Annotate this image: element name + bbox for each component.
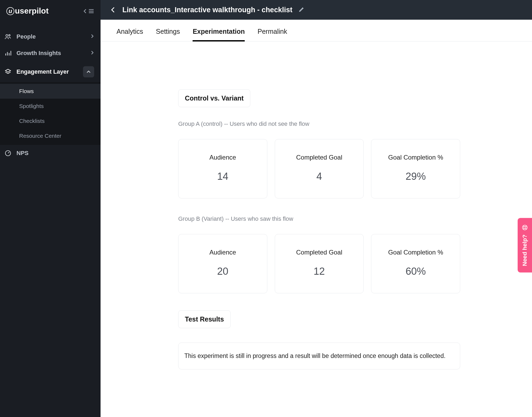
stat-card-audience: Audience 14 [178, 139, 267, 198]
chevron-left-icon [83, 8, 87, 14]
subnav-item-flows[interactable]: Flows [0, 84, 101, 99]
back-button[interactable] [110, 6, 116, 14]
svg-line-17 [526, 226, 527, 227]
stat-value: 4 [280, 171, 358, 182]
tab-permalink[interactable]: Permalink [257, 28, 287, 41]
group-a-stats: Audience 14 Completed Goal 4 Goal Comple… [178, 139, 460, 198]
chevron-up-icon [86, 70, 91, 74]
stat-value: 60% [377, 266, 455, 277]
chevron-right-icon [90, 50, 94, 57]
stat-label: Completed Goal [280, 249, 358, 256]
tab-analytics[interactable]: Analytics [117, 28, 143, 41]
topbar: Link accounts_Interactive walkthrough - … [101, 0, 532, 20]
brand-logo: uuserpilot [6, 6, 49, 16]
tabs: Analytics Settings Experimentation Perma… [101, 20, 532, 41]
svg-line-11 [8, 152, 9, 153]
help-label: Need help? [521, 235, 528, 266]
group-a-label: Group A (control) -- Users who did not s… [178, 120, 460, 127]
gauge-icon [4, 150, 12, 157]
sidebar-item-label: Growth Insights [16, 50, 86, 57]
section-title-test-results: Test Results [178, 310, 231, 328]
test-results-message: This experiment is still in progress and… [178, 343, 460, 369]
need-help-button[interactable]: Need help? [518, 218, 532, 273]
collapse-toggle[interactable] [83, 66, 94, 77]
sidebar-item-engagement-layer[interactable]: Engagement Layer [0, 61, 101, 82]
tab-experimentation[interactable]: Experimentation [193, 28, 245, 41]
sidebar: uuserpilot People Growth [0, 0, 101, 417]
svg-marker-9 [5, 69, 11, 72]
stat-label: Goal Completion % [377, 249, 455, 256]
sidebar-item-label: People [16, 33, 86, 40]
sidebar-item-label: Engagement Layer [16, 68, 78, 75]
subnav-item-resource-center[interactable]: Resource Center [0, 128, 101, 143]
subnav-item-checklists[interactable]: Checklists [0, 114, 101, 128]
tab-settings[interactable]: Settings [156, 28, 180, 41]
sidebar-nav: People Growth Insights Engagement Laye [0, 20, 101, 417]
stat-card-audience: Audience 20 [178, 234, 267, 293]
layers-icon [4, 68, 12, 75]
brand-name: userpilot [15, 6, 49, 15]
engagement-subnav: Flows Spotlights Checklists Resource Cen… [0, 82, 101, 145]
lifebuoy-icon [522, 224, 528, 231]
subnav-item-spotlights[interactable]: Spotlights [0, 99, 101, 114]
svg-point-3 [6, 35, 8, 37]
pencil-icon [299, 6, 305, 12]
chevron-right-icon [90, 33, 94, 40]
sidebar-item-people[interactable]: People [0, 28, 101, 45]
sidebar-collapse-button[interactable] [83, 8, 94, 14]
group-b-label: Group B (Variant) -- Users who saw this … [178, 215, 460, 222]
logo-mark-icon: u [6, 7, 14, 15]
sidebar-item-growth-insights[interactable]: Growth Insights [0, 45, 101, 61]
sidebar-item-nps[interactable]: NPS [0, 145, 101, 161]
sidebar-header: uuserpilot [0, 0, 101, 20]
sidebar-item-label: NPS [16, 150, 94, 157]
main-panel: Link accounts_Interactive walkthrough - … [101, 0, 532, 417]
stat-value: 14 [184, 171, 262, 182]
stat-card-goal-completion-rate: Goal Completion % 29% [371, 139, 460, 198]
edit-title-button[interactable] [299, 6, 305, 13]
stat-value: 12 [280, 266, 358, 277]
stat-label: Goal Completion % [377, 154, 455, 161]
people-icon [4, 33, 12, 40]
stat-card-completed-goal: Completed Goal 12 [275, 234, 364, 293]
page-title: Link accounts_Interactive walkthrough - … [122, 6, 292, 14]
menu-icon [88, 8, 94, 14]
svg-point-4 [9, 35, 10, 36]
stat-card-goal-completion-rate: Goal Completion % 60% [371, 234, 460, 293]
content: Control vs. Variant Group A (control) --… [101, 41, 532, 380]
stat-label: Audience [184, 154, 262, 161]
stat-value: 29% [377, 171, 455, 182]
stat-value: 20 [184, 266, 262, 277]
chevron-left-icon [110, 6, 116, 14]
stat-label: Audience [184, 249, 262, 256]
stat-label: Completed Goal [280, 154, 358, 161]
svg-line-14 [523, 226, 524, 227]
section-title-control-vs-variant: Control vs. Variant [178, 89, 250, 107]
stat-card-completed-goal: Completed Goal 4 [275, 139, 364, 198]
bar-chart-icon [4, 50, 12, 57]
group-b-stats: Audience 20 Completed Goal 12 Goal Compl… [178, 234, 460, 293]
